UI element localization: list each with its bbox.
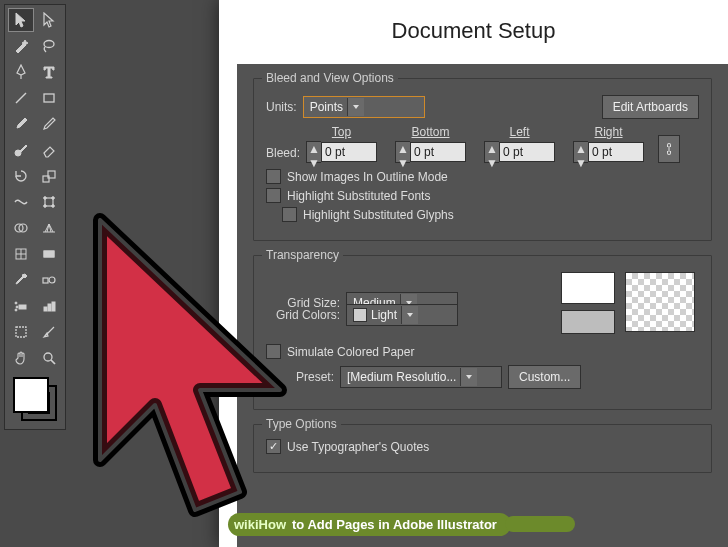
show-images-outline-checkbox[interactable]: Show Images In Outline Mode: [266, 169, 699, 184]
svg-line-1: [16, 93, 26, 103]
grid-color-swatch[interactable]: [561, 310, 615, 334]
column-graph-tool[interactable]: [36, 294, 62, 318]
grid-color-chip: [353, 308, 367, 322]
svg-point-0: [44, 41, 54, 48]
svg-point-17: [49, 277, 55, 283]
bleed-right-input[interactable]: ▲▼: [573, 141, 644, 163]
svg-point-9: [44, 205, 47, 208]
svg-rect-25: [16, 327, 26, 337]
edit-artboards-button[interactable]: Edit Artboards: [602, 95, 699, 119]
highlight-glyphs-checkbox[interactable]: Highlight Substituted Glyphs: [282, 207, 699, 222]
type-options-group: Type Options Use Typographer's Quotes: [253, 424, 712, 473]
paper-color-swatch[interactable]: [561, 272, 615, 304]
rectangle-tool[interactable]: [36, 86, 62, 110]
tools-panel: [4, 4, 66, 430]
hand-tool[interactable]: [8, 346, 34, 370]
chevron-down-icon: [347, 98, 364, 116]
svg-point-8: [52, 197, 55, 200]
svg-point-26: [44, 353, 52, 361]
bleed-top-input[interactable]: ▲▼: [306, 141, 377, 163]
eraser-tool[interactable]: [36, 138, 62, 162]
svg-rect-16: [43, 278, 48, 283]
units-value: Points: [310, 100, 343, 114]
pencil-tool[interactable]: [36, 112, 62, 136]
svg-line-27: [51, 360, 55, 364]
direct-selection-tool[interactable]: [36, 8, 62, 32]
gradient-tool[interactable]: [36, 242, 62, 266]
preset-select[interactable]: [Medium Resolutio...: [340, 366, 502, 388]
blob-brush-tool[interactable]: [8, 138, 34, 162]
svg-rect-23: [48, 304, 51, 311]
svg-point-10: [52, 205, 55, 208]
svg-rect-2: [44, 94, 54, 102]
svg-point-19: [15, 302, 17, 304]
scale-tool[interactable]: [36, 164, 62, 188]
grid-colors-select[interactable]: Light: [346, 304, 458, 326]
grid-colors-label: Grid Colors:: [266, 308, 340, 322]
artboard-tool[interactable]: [8, 320, 34, 344]
type-tool[interactable]: [36, 60, 62, 84]
svg-rect-22: [44, 307, 47, 311]
units-label: Units:: [266, 100, 297, 114]
bleed-label: Bleed:: [266, 146, 300, 160]
link-bleed-icon[interactable]: [658, 135, 680, 163]
bleed-bottom-input[interactable]: ▲▼: [395, 141, 466, 163]
shape-builder-tool[interactable]: [8, 216, 34, 240]
zoom-tool[interactable]: [36, 346, 62, 370]
wikihow-title: to Add Pages in Adobe Illustrator: [292, 517, 497, 532]
dialog-title: Document Setup: [219, 0, 728, 54]
eyedropper-tool[interactable]: [8, 268, 34, 292]
highlight-fonts-checkbox[interactable]: Highlight Substituted Fonts: [266, 188, 699, 203]
bleed-view-title: Bleed and View Options: [262, 71, 398, 85]
chevron-down-icon: [460, 368, 477, 386]
bleed-bottom-header: Bottom: [412, 125, 450, 139]
svg-rect-18: [19, 305, 26, 309]
units-select[interactable]: Points: [303, 96, 425, 118]
chevron-down-icon: [401, 306, 418, 324]
simulate-paper-checkbox[interactable]: Simulate Colored Paper: [266, 344, 699, 359]
symbol-sprayer-tool[interactable]: [8, 294, 34, 318]
svg-point-21: [15, 309, 17, 311]
selection-tool[interactable]: [8, 8, 34, 32]
bleed-top-header: Top: [332, 125, 351, 139]
svg-point-20: [16, 306, 18, 308]
mesh-tool[interactable]: [8, 242, 34, 266]
type-options-title: Type Options: [262, 417, 341, 431]
custom-button[interactable]: Custom...: [508, 365, 581, 389]
typographers-quotes-checkbox[interactable]: Use Typographer's Quotes: [266, 439, 699, 454]
svg-rect-24: [52, 302, 55, 311]
bleed-left-header: Left: [510, 125, 530, 139]
magic-wand-tool[interactable]: [8, 34, 34, 58]
perspective-grid-tool[interactable]: [36, 216, 62, 240]
pen-tool[interactable]: [8, 60, 34, 84]
rotate-tool[interactable]: [8, 164, 34, 188]
slice-tool[interactable]: [36, 320, 62, 344]
blend-tool[interactable]: [36, 268, 62, 292]
lasso-tool[interactable]: [36, 34, 62, 58]
paintbrush-tool[interactable]: [8, 112, 34, 136]
svg-point-7: [44, 197, 47, 200]
transparency-preview: [625, 272, 695, 332]
fill-stroke-swatch[interactable]: [11, 375, 59, 423]
preset-label: Preset:: [296, 370, 334, 384]
svg-rect-14: [44, 251, 54, 257]
bleed-view-group: Bleed and View Options Units: Points Edi…: [253, 78, 712, 241]
bleed-left-input[interactable]: ▲▼: [484, 141, 555, 163]
transparency-group: Transparency Grid Size: Medium Grid Colo…: [253, 255, 712, 410]
width-tool[interactable]: [8, 190, 34, 214]
line-segment-tool[interactable]: [8, 86, 34, 110]
document-setup-dialog: Document Setup Bleed and View Options Un…: [219, 0, 728, 547]
wikihow-logo: wikiHow: [234, 517, 286, 532]
wikihow-watermark: wikiHow to Add Pages in Adobe Illustrato…: [228, 511, 720, 537]
bleed-right-header: Right: [595, 125, 623, 139]
transparency-title: Transparency: [262, 248, 343, 262]
free-transform-tool[interactable]: [36, 190, 62, 214]
fill-swatch[interactable]: [13, 377, 49, 413]
